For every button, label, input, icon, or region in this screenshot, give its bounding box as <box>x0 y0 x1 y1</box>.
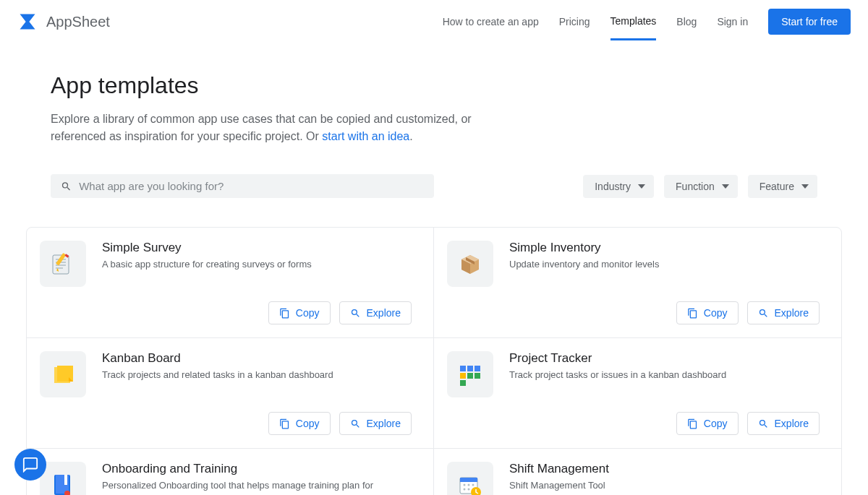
filter-row: Industry Function Feature <box>51 174 817 198</box>
card-text: Project Tracker Track project tasks or i… <box>509 351 726 397</box>
kanban-grid-icon <box>447 351 493 397</box>
card-title: Project Tracker <box>509 351 726 366</box>
top-nav: How to create an app Pricing Templates B… <box>443 9 851 35</box>
card-header: Simple Survey A basic app structure for … <box>40 241 412 287</box>
box-icon <box>447 241 493 287</box>
pencil-paper-icon <box>40 241 86 287</box>
nav-blog[interactable]: Blog <box>676 16 697 39</box>
chevron-down-icon <box>638 184 645 189</box>
explore-button[interactable]: Explore <box>339 412 412 435</box>
svg-rect-22 <box>460 478 477 482</box>
explore-label: Explore <box>367 307 401 319</box>
header: AppSheet How to create an app Pricing Te… <box>0 0 868 43</box>
book-bookmark-icon <box>40 462 86 495</box>
copy-icon <box>687 418 698 429</box>
explore-label: Explore <box>775 307 809 319</box>
chat-icon <box>22 457 38 473</box>
copy-label: Copy <box>296 418 320 429</box>
svg-rect-16 <box>460 380 466 386</box>
brand: AppSheet <box>17 12 110 32</box>
filter-label: Feature <box>760 181 794 192</box>
template-card: Simple Inventory Update inventory and mo… <box>434 228 841 338</box>
search-icon <box>350 418 361 429</box>
card-text: Kanban Board Track projects and related … <box>102 351 333 397</box>
chat-fab[interactable] <box>14 449 46 481</box>
card-title: Simple Inventory <box>509 241 659 255</box>
explore-button[interactable]: Explore <box>747 412 820 435</box>
filter-label: Industry <box>595 181 631 192</box>
card-description: Track project tasks or issues in a kanba… <box>509 369 726 382</box>
svg-rect-11 <box>467 366 473 371</box>
search-icon <box>350 308 361 319</box>
copy-button[interactable]: Copy <box>676 301 739 324</box>
card-description: Track projects and related tasks in a ka… <box>102 369 333 382</box>
appsheet-logo-icon <box>17 12 38 32</box>
copy-button[interactable]: Copy <box>676 412 739 435</box>
nav-pricing[interactable]: Pricing <box>559 16 590 39</box>
card-description: Update inventory and monitor levels <box>509 258 659 271</box>
nav-templates[interactable]: Templates <box>610 15 657 40</box>
search-box[interactable] <box>51 174 434 198</box>
template-grid: Simple Survey A basic app structure for … <box>26 227 842 495</box>
filter-group: Industry Function Feature <box>583 175 817 198</box>
template-card: Kanban Board Track projects and related … <box>27 338 434 449</box>
start-for-free-button[interactable]: Start for free <box>768 9 851 35</box>
copy-button[interactable]: Copy <box>268 301 331 324</box>
svg-rect-19 <box>64 475 67 485</box>
card-header: Kanban Board Track projects and related … <box>40 351 412 397</box>
copy-icon <box>279 418 290 429</box>
copy-icon <box>687 308 698 319</box>
template-card: Simple Survey A basic app structure for … <box>27 228 434 338</box>
card-title: Simple Survey <box>102 241 312 255</box>
card-text: Shift Management Shift Management Tool <box>509 462 609 495</box>
card-title: Kanban Board <box>102 351 333 366</box>
copy-label: Copy <box>704 418 728 429</box>
copy-icon <box>279 308 290 319</box>
search-icon <box>61 181 72 192</box>
industry-filter[interactable]: Industry <box>583 175 654 198</box>
search-icon <box>758 308 769 319</box>
svg-rect-10 <box>460 366 466 371</box>
page-title: App templates <box>51 72 817 99</box>
start-with-idea-link[interactable]: start with an idea <box>322 130 409 142</box>
card-header: Shift Management Shift Management Tool <box>447 462 820 495</box>
feature-filter[interactable]: Feature <box>748 175 817 198</box>
sticky-notes-icon <box>40 351 86 397</box>
chevron-down-icon <box>801 184 809 189</box>
card-header: Simple Inventory Update inventory and mo… <box>447 241 820 287</box>
copy-button[interactable]: Copy <box>268 412 331 435</box>
svg-rect-12 <box>475 366 480 371</box>
copy-label: Copy <box>296 307 320 319</box>
copy-label: Copy <box>704 307 728 319</box>
card-description: Shift Management Tool <box>509 479 609 492</box>
page-desc-post: . <box>409 130 412 142</box>
card-actions: Copy Explore <box>447 301 820 324</box>
search-input[interactable] <box>79 180 424 192</box>
filter-label: Function <box>676 181 715 192</box>
svg-rect-13 <box>460 373 466 379</box>
calendar-clock-icon <box>447 462 493 495</box>
card-header: Onboarding and Training Personalized Onb… <box>40 462 412 495</box>
card-title: Shift Management <box>509 462 609 476</box>
template-card: Onboarding and Training Personalized Onb… <box>27 449 434 495</box>
card-text: Simple Survey A basic app structure for … <box>102 241 312 287</box>
chevron-down-icon <box>722 184 729 189</box>
brand-name: AppSheet <box>46 14 110 30</box>
card-actions: Copy Explore <box>40 412 412 435</box>
card-actions: Copy Explore <box>40 301 412 324</box>
card-description: A basic app structure for creating surve… <box>102 258 312 271</box>
explore-button[interactable]: Explore <box>339 301 412 324</box>
nav-how-to-create[interactable]: How to create an app <box>443 16 539 39</box>
explore-button[interactable]: Explore <box>747 301 820 324</box>
template-card: Project Tracker Track project tasks or i… <box>434 338 841 449</box>
function-filter[interactable]: Function <box>664 175 738 198</box>
template-card: Shift Management Shift Management Tool C… <box>434 449 841 495</box>
explore-label: Explore <box>775 418 809 429</box>
card-header: Project Tracker Track project tasks or i… <box>447 351 820 397</box>
search-icon <box>758 418 769 429</box>
card-description: Personalized Onboarding tool that helps … <box>102 479 412 495</box>
card-actions: Copy Explore <box>447 412 820 435</box>
explore-label: Explore <box>367 418 401 429</box>
nav-sign-in[interactable]: Sign in <box>717 16 748 39</box>
card-text: Onboarding and Training Personalized Onb… <box>102 462 412 495</box>
